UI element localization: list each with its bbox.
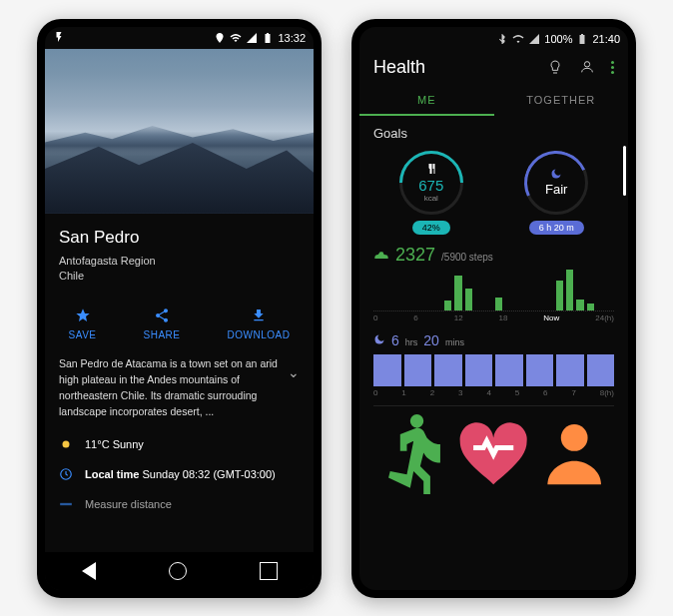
phone-travel: 13:32 San Pedro Antofagasta Region Chile…	[37, 19, 322, 598]
axis-tick: 0	[373, 313, 377, 322]
scroll-indicator[interactable]	[623, 146, 626, 196]
content-area: Goals 675 kcal 42% Fair 6 h 20 m	[359, 116, 628, 590]
axis-tick: 4	[486, 388, 490, 397]
sleep-pill: 6 h 20 m	[529, 221, 584, 235]
phone-health: 100% 21:40 Health ME TOGETHER Goals	[351, 19, 636, 598]
share-button[interactable]: SHARE	[144, 308, 181, 340]
battery-pct: 100%	[544, 33, 572, 45]
run-icon[interactable]	[373, 414, 453, 494]
battery-icon	[576, 33, 588, 45]
download-label: DOWNLOAD	[228, 329, 291, 340]
steps-total: /5900	[441, 252, 466, 263]
kcal-pill: 42%	[412, 221, 450, 235]
axis-tick: 3	[458, 388, 462, 397]
shoe-icon	[373, 249, 389, 261]
food-icon	[425, 163, 437, 175]
android-navbar	[45, 552, 314, 590]
person-icon[interactable]	[534, 414, 614, 494]
axis-tick: 24(h)	[595, 313, 614, 322]
weather-row[interactable]: 11°C Sunny	[45, 429, 314, 459]
kcal-goal[interactable]: 675 kcal 42%	[399, 151, 463, 235]
svg-point-4	[560, 424, 587, 451]
download-button[interactable]: DOWNLOAD	[228, 308, 291, 340]
steps-unit: steps	[466, 252, 493, 263]
kcal-unit: kcal	[424, 194, 438, 203]
sleep-ring-value: Fair	[545, 182, 567, 197]
moon-icon	[550, 168, 562, 180]
sleep-mins: 20	[423, 332, 439, 348]
location-region: Antofagasta Region	[59, 254, 300, 269]
app-title: Health	[373, 57, 425, 78]
status-left-icon	[53, 31, 65, 45]
steps-axis: 0 6 12 18 Now 24(h)	[373, 313, 614, 322]
wifi-icon	[230, 32, 242, 44]
weather-text: 11°C Sunny	[85, 438, 144, 450]
more-menu-icon[interactable]	[611, 61, 614, 74]
bluetooth-icon	[496, 33, 508, 45]
axis-tick: 1	[401, 388, 405, 397]
screen-health: 100% 21:40 Health ME TOGETHER Goals	[359, 27, 628, 590]
svg-point-0	[63, 441, 70, 448]
share-icon	[154, 308, 170, 323]
tab-together[interactable]: TOGETHER	[494, 86, 629, 116]
kcal-value: 675	[418, 177, 443, 194]
axis-tick: 18	[499, 313, 508, 322]
signal-icon	[528, 33, 540, 45]
status-bar-2: 100% 21:40	[359, 27, 628, 51]
axis-tick: 0	[373, 388, 377, 397]
share-label: SHARE	[144, 329, 181, 340]
sleep-bar-chart[interactable]	[373, 354, 614, 386]
hero-image	[45, 49, 314, 214]
sleep-row[interactable]: 6 hrs 20 mins	[373, 332, 614, 348]
sleep-hours-unit: hrs	[405, 337, 418, 347]
description-text: San Pedro de Atacama is a town set on an…	[59, 356, 280, 419]
sleep-axis: 0 1 2 3 4 5 6 7 8(h)	[373, 388, 614, 397]
axis-tick: Now	[543, 313, 559, 322]
chevron-down-icon: ⌄	[288, 356, 300, 380]
sleep-hours: 6	[391, 332, 399, 348]
wifi-icon	[512, 33, 524, 45]
status-bar: 13:32	[45, 27, 314, 49]
sun-icon	[59, 437, 73, 451]
measure-row[interactable]: Measure distance	[45, 489, 314, 519]
status-time: 13:32	[278, 32, 306, 44]
axis-tick: 6	[543, 388, 547, 397]
steps-bar-chart[interactable]	[373, 270, 614, 311]
nav-home-button[interactable]	[169, 562, 187, 580]
svg-rect-2	[60, 503, 72, 505]
status-time-2: 21:40	[592, 33, 620, 45]
lightbulb-icon[interactable]	[547, 59, 563, 75]
bottom-nav	[373, 405, 614, 502]
description-row[interactable]: San Pedro de Atacama is a town set on an…	[45, 356, 314, 429]
screen-travel: 13:32 San Pedro Antofagasta Region Chile…	[45, 27, 314, 590]
clock-icon	[59, 467, 73, 481]
tab-row: ME TOGETHER	[359, 86, 628, 116]
axis-tick: 2	[430, 388, 434, 397]
download-icon	[251, 308, 267, 323]
save-label: SAVE	[69, 329, 97, 340]
steps-value: 2327	[395, 245, 435, 266]
location-block: San Pedro Antofagasta Region Chile	[45, 214, 314, 295]
nav-back-button[interactable]	[82, 562, 96, 580]
location-title: San Pedro	[59, 228, 300, 248]
sleep-goal[interactable]: Fair 6 h 20 m	[524, 151, 588, 235]
goals-label: Goals	[373, 126, 614, 141]
heart-icon[interactable]	[453, 414, 533, 494]
steps-row[interactable]: 2327 /5900 steps	[373, 245, 614, 266]
axis-tick: 5	[515, 388, 519, 397]
tab-me[interactable]: ME	[359, 86, 494, 116]
gps-icon	[214, 32, 226, 44]
ruler-icon	[59, 497, 73, 511]
app-header: Health	[359, 51, 628, 86]
sleep-mins-unit: mins	[445, 337, 464, 347]
axis-tick: 12	[454, 313, 463, 322]
profile-icon[interactable]	[579, 59, 595, 75]
moon-icon-small	[373, 333, 385, 345]
action-row: SAVE SHARE DOWNLOAD	[45, 294, 314, 356]
axis-tick: 7	[571, 388, 575, 397]
save-button[interactable]: SAVE	[69, 308, 97, 340]
location-country: Chile	[59, 269, 300, 284]
localtime-value: Sunday 08:32 (GMT-03:00)	[142, 468, 275, 480]
nav-recent-button[interactable]	[260, 562, 278, 580]
localtime-row[interactable]: Local time Sunday 08:32 (GMT-03:00)	[45, 459, 314, 489]
